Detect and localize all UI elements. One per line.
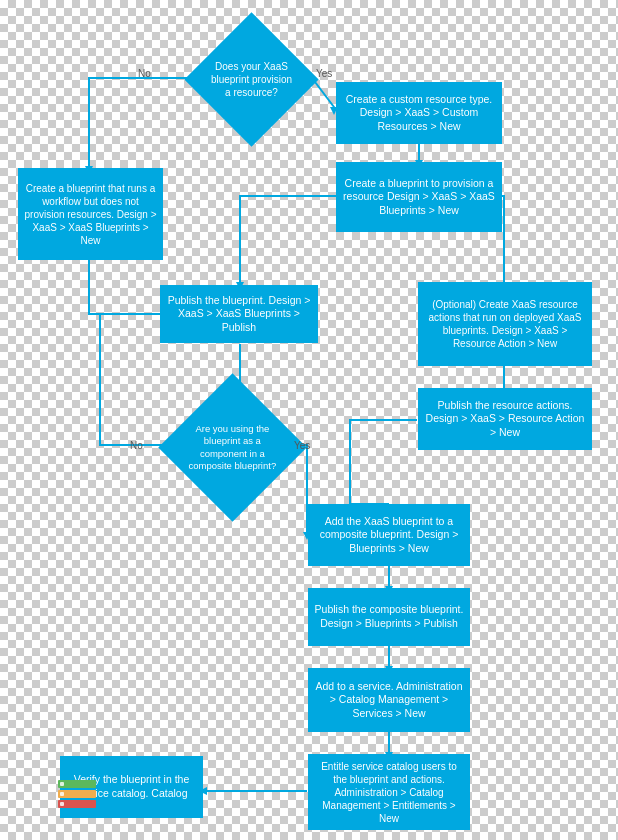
box-publish-resource-actions: Publish the resource actions. Design > X… — [418, 388, 592, 450]
catalog-icon — [56, 772, 96, 812]
box-add-to-composite: Add the XaaS blueprint to a composite bl… — [308, 504, 470, 566]
no-label-2: No — [130, 440, 143, 451]
box-publish-composite: Publish the composite blueprint. Design … — [308, 588, 470, 646]
box-optional-xaas-actions: (Optional) Create XaaS resource actions … — [418, 282, 592, 366]
yes-label-2: Yes — [294, 440, 310, 451]
box-entitle-users: Entitle service catalog users to the blu… — [308, 754, 470, 830]
flowchart: Does your XaaS blueprint provision a res… — [0, 0, 618, 840]
box-add-to-service: Add to a service. Administration > Catal… — [308, 668, 470, 732]
yes-label-1: Yes — [316, 68, 332, 79]
decision-provision-resource: Does your XaaS blueprint provision a res… — [196, 24, 306, 134]
box-create-provision-blueprint: Create a blueprint to provision a resour… — [336, 162, 502, 232]
box-publish-blueprint: Publish the blueprint. Design > XaaS > X… — [160, 285, 318, 343]
decision-composite-blueprint: Are you using the blueprint as a compone… — [173, 388, 291, 506]
box-create-workflow-blueprint: Create a blueprint that runs a workflow … — [18, 168, 163, 260]
no-label-1: No — [138, 68, 151, 79]
svg-rect-26 — [60, 792, 64, 796]
svg-rect-25 — [60, 782, 64, 786]
box-custom-resource-type: Create a custom resource type. Design > … — [336, 82, 502, 144]
svg-line-0 — [312, 78, 337, 111]
svg-rect-27 — [60, 802, 64, 806]
